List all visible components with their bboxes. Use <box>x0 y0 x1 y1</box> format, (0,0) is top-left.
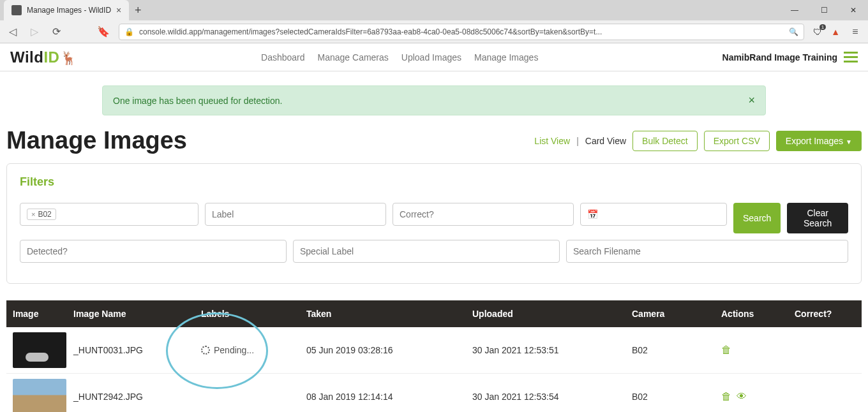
bookmark-icon[interactable]: 🔖 <box>97 26 110 38</box>
browser-menu-icon[interactable]: ≡ <box>849 26 862 38</box>
filters-card: Filters ×B02 📅 Search Clear Search <box>6 163 862 284</box>
tag-remove-icon[interactable]: × <box>31 210 35 218</box>
brave-icon[interactable]: ▲ <box>831 27 840 37</box>
export-csv-button[interactable]: Export CSV <box>704 131 770 151</box>
nav-upload-images[interactable]: Upload Images <box>401 52 461 63</box>
nav-manage-cameras[interactable]: Manage Cameras <box>318 52 389 63</box>
col-image: Image <box>13 309 73 319</box>
special-label-filter-input[interactable] <box>293 240 560 263</box>
window-minimize[interactable]: — <box>780 0 809 20</box>
search-button[interactable]: Search <box>733 203 781 233</box>
uploaded-cell: 30 Jan 2021 12:53:51 <box>472 345 632 355</box>
url-text: console.wildid.app/management/images?sel… <box>139 27 784 36</box>
image-name: _HUNT0031.JPG <box>73 345 201 355</box>
uploaded-cell: 30 Jan 2021 12:53:54 <box>472 392 632 402</box>
bulk-detect-button[interactable]: Bulk Detect <box>632 131 698 151</box>
reload-button[interactable]: ⟳ <box>50 26 63 38</box>
address-bar[interactable]: 🔒 console.wildid.app/management/images?s… <box>119 24 804 40</box>
filters-title: Filters <box>20 175 848 189</box>
taken-cell: 08 Jan 2019 12:14:14 <box>306 392 472 402</box>
window-maximize[interactable]: ☐ <box>809 0 839 20</box>
org-name: NamibRand Image Training <box>722 52 837 63</box>
view-separator: | <box>576 136 579 146</box>
window-close[interactable]: ✕ <box>839 0 868 20</box>
table-row: _HUNT0031.JPG Pending... 05 Jun 2019 03:… <box>6 327 862 374</box>
shield-icon[interactable]: 🛡1 <box>813 27 822 37</box>
chevron-down-icon: ▼ <box>846 138 852 145</box>
lock-icon: 🔒 <box>124 27 134 36</box>
hamburger-menu-icon[interactable] <box>844 52 858 63</box>
spinner-icon <box>201 346 210 355</box>
image-thumbnail[interactable] <box>13 379 66 412</box>
search-icon[interactable]: 🔍 <box>789 27 798 36</box>
card-view-link[interactable]: Card View <box>585 136 626 146</box>
trash-icon[interactable]: 🗑 <box>721 391 731 402</box>
alert-text: One image has been queued for detection. <box>113 96 282 106</box>
eye-icon[interactable]: 👁 <box>737 391 747 402</box>
top-nav: Dashboard Manage Cameras Upload Images M… <box>77 52 722 63</box>
detected-filter-input[interactable] <box>20 240 287 263</box>
col-taken: Taken <box>306 309 472 319</box>
browser-toolbar: ◁ ▷ ⟳ 🔖 🔒 console.wildid.app/management/… <box>0 20 868 43</box>
browser-titlebar: Manage Images - WildID × + — ☐ ✕ <box>0 0 868 20</box>
logo[interactable]: WildID🦌 <box>10 48 77 66</box>
nav-manage-images[interactable]: Manage Images <box>474 52 538 63</box>
images-table: Image Image Name Labels Taken Uploaded C… <box>6 300 862 412</box>
clear-search-button[interactable]: Clear Search <box>787 203 848 233</box>
image-thumbnail[interactable] <box>13 332 66 368</box>
image-name: _HUNT2942.JPG <box>73 392 201 402</box>
taken-cell: 05 Jun 2019 03:28:16 <box>306 345 472 355</box>
close-tab-icon[interactable]: × <box>116 5 121 15</box>
col-actions: Actions <box>721 309 795 319</box>
label-filter-input[interactable] <box>205 203 386 226</box>
camera-cell: B02 <box>632 345 721 355</box>
list-view-link[interactable]: List View <box>534 136 570 146</box>
logo-silhouette-icon: 🦌 <box>61 51 77 65</box>
camera-tag[interactable]: ×B02 <box>27 209 56 220</box>
table-row: _HUNT2942.JPG 08 Jan 2019 12:14:14 30 Ja… <box>6 374 862 412</box>
tab-title: Manage Images - WildID <box>27 6 111 15</box>
browser-tab[interactable]: Manage Images - WildID × <box>4 0 129 20</box>
favicon <box>11 5 22 15</box>
actions-cell: 🗑 <box>721 344 795 356</box>
table-header: Image Image Name Labels Taken Uploaded C… <box>6 300 862 327</box>
forward-button[interactable]: ▷ <box>28 26 41 38</box>
export-images-button[interactable]: Export Images▼ <box>776 131 862 151</box>
new-tab-button[interactable]: + <box>129 4 147 17</box>
camera-filter-input[interactable]: ×B02 <box>20 203 198 226</box>
camera-cell: B02 <box>632 392 721 402</box>
col-labels: Labels <box>201 309 306 319</box>
col-correct: Correct? <box>795 309 855 319</box>
alert-close-icon[interactable]: × <box>748 94 755 107</box>
col-camera: Camera <box>632 309 721 319</box>
app-header: WildID🦌 Dashboard Manage Cameras Upload … <box>0 43 868 71</box>
date-filter-input[interactable]: 📅 <box>580 203 727 226</box>
page-title: Manage Images <box>6 127 187 154</box>
correct-filter-input[interactable] <box>393 203 574 226</box>
trash-icon[interactable]: 🗑 <box>721 344 731 356</box>
filename-filter-input[interactable] <box>566 240 848 263</box>
back-button[interactable]: ◁ <box>6 26 19 38</box>
calendar-icon: 📅 <box>587 209 598 219</box>
col-name: Image Name <box>73 309 201 319</box>
labels-cell: Pending... <box>201 345 306 355</box>
nav-dashboard[interactable]: Dashboard <box>261 52 305 63</box>
col-uploaded: Uploaded <box>472 309 632 319</box>
actions-cell: 🗑 👁 <box>721 391 795 402</box>
success-alert: One image has been queued for detection.… <box>102 85 766 115</box>
